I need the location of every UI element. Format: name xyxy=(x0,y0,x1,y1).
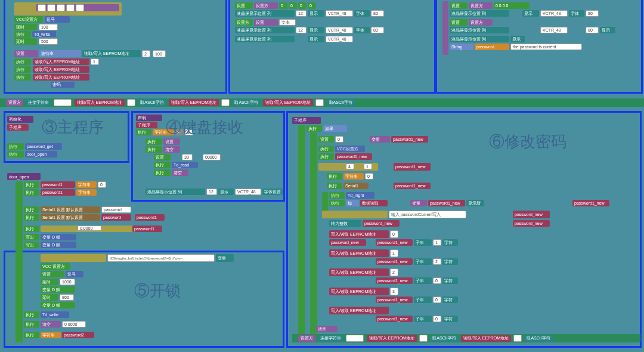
s4-do0[interactable]: 执行 xyxy=(136,129,151,135)
tr-z[interactable]: 0 0 0 0 xyxy=(494,2,530,9)
s6-lb2[interactable]: 变量 xyxy=(410,200,427,206)
tm-lcd2d[interactable]: 字体 xyxy=(354,27,370,33)
s6-ee3[interactable]: 写入/读取 EEPROM地址 xyxy=(329,268,389,276)
s5-d800[interactable]: 800 xyxy=(60,294,74,301)
strip-ee1[interactable]: 读取/写入 EEPROM地址 xyxy=(75,99,125,106)
s3-sub[interactable]: 子程序 xyxy=(7,124,29,131)
tr-r2[interactable]: 设置 xyxy=(450,19,467,26)
s4-tdr[interactable]: Td_read xyxy=(172,162,198,168)
s6-do7[interactable]: 执行 xyxy=(329,200,345,206)
s5-vd4[interactable]: 变量 D 赋 xyxy=(41,286,75,293)
s6-cond0[interactable]: 如果 xyxy=(323,125,347,132)
s6-0a[interactable]: 0 xyxy=(335,136,343,143)
s6-n0a[interactable]: 0 xyxy=(433,277,441,284)
s6-olive2[interactable] xyxy=(322,211,388,218)
s5-vcc[interactable]: VCC 设置方 xyxy=(41,263,70,270)
s4-show[interactable]: 显示 xyxy=(218,189,234,195)
tr-lcd2c[interactable]: VCTR_48 xyxy=(540,27,568,33)
s6-een0[interactable]: 0 xyxy=(390,230,398,238)
s6-do5[interactable]: 执行 xyxy=(327,183,342,189)
block-pwv1[interactable]: 1 xyxy=(91,58,99,65)
s5-do3[interactable]: 执行 xyxy=(24,206,39,213)
s6-ee4[interactable]: 写入/读取 EEPROM地址 xyxy=(329,288,389,295)
tm-lcd1b[interactable]: 显示 xyxy=(308,10,324,17)
s3-hat[interactable]: 初始化 xyxy=(7,116,33,123)
s5-pw2[interactable]: password1 xyxy=(41,189,75,196)
block-do3[interactable]: 执行 xyxy=(14,66,31,73)
block-num2[interactable]: 500 xyxy=(39,38,58,45)
s6-pn1[interactable]: password1_new xyxy=(391,136,428,143)
s6-n0c[interactable]: 0 xyxy=(433,316,441,322)
s5-pw3[interactable]: password xyxy=(101,214,131,221)
s6-ch4[interactable]: 字符 xyxy=(442,297,458,303)
s6-pn12b[interactable]: password1_new xyxy=(376,277,413,284)
s6-lb3[interactable]: 转为整数 xyxy=(329,220,361,227)
s5-on[interactable]: 0.0000 xyxy=(78,226,101,231)
s6-pn5[interactable]: password1_new xyxy=(428,200,465,206)
s6-pn10b[interactable]: password1_new xyxy=(376,239,413,246)
s6-do2[interactable]: 执行 xyxy=(318,146,334,152)
s4-lcd[interactable]: 液晶屏显示位置 列 xyxy=(145,189,205,195)
s6-str[interactable]: 字符串 xyxy=(343,173,364,180)
s6-pn9[interactable]: password_new xyxy=(513,220,550,227)
tr-pwcur[interactable]: the password is current xyxy=(510,44,582,50)
tm-z3[interactable]: 0 xyxy=(298,2,306,9)
tm-z2[interactable]: 0 xyxy=(289,2,297,9)
s6-bar[interactable] xyxy=(298,125,305,339)
s3-pg[interactable]: password_get xyxy=(25,143,62,150)
s5-do4[interactable]: 执行 xyxy=(24,214,39,221)
strip-concat[interactable]: 连接字符串 xyxy=(26,99,51,106)
s6-sub2[interactable]: 子串 xyxy=(414,258,432,265)
block-eeprom1[interactable]: 读取/写入 EEPROM地址 xyxy=(82,50,141,57)
s5-pw[interactable]: password xyxy=(101,206,131,213)
s5-str3[interactable]: 字符串 xyxy=(41,332,61,338)
s5-set8[interactable]: 设置 xyxy=(41,271,64,277)
bstrip-ascii2[interactable]: 取ASCII字符 xyxy=(524,335,552,342)
s6-p1[interactable]: 变量 xyxy=(370,136,390,143)
block-eepromn2[interactable]: 100 xyxy=(153,50,166,57)
tr-lcd1e[interactable]: 80 xyxy=(586,10,599,17)
s4-n30[interactable]: 30 xyxy=(182,154,193,160)
tr-r1[interactable]: 设置 xyxy=(450,2,467,9)
s4-hat[interactable]: 声明 xyxy=(136,115,162,121)
s5-n8[interactable]: 逗号 xyxy=(66,271,83,277)
s6-n2a[interactable]: 2 xyxy=(433,258,441,265)
block-num1[interactable]: 100 xyxy=(39,24,58,30)
s5-pw4[interactable]: password2 xyxy=(62,332,94,338)
s4-sub[interactable]: 子程序 xyxy=(136,122,157,128)
s6-ee5[interactable]: 写入/读取 EEPROM地址 xyxy=(329,307,389,314)
block-digits[interactable]: 0 0 0 0 0 xyxy=(36,4,119,11)
strip-ee3[interactable]: 读取/写入 EEPROM地址 xyxy=(263,99,313,106)
bstrip-ee2[interactable]: 读取/写入 EEPROM地址 xyxy=(461,335,511,342)
tm-r2c[interactable]: 文本 xyxy=(279,19,296,26)
block-pwtxt[interactable]: 密码 xyxy=(51,82,75,88)
s5-do1[interactable]: 执行 xyxy=(24,181,39,188)
s6-sub5[interactable]: 子串 xyxy=(414,316,432,322)
s6-pn8[interactable]: password_new xyxy=(363,220,400,227)
s5-do6[interactable]: 写出 xyxy=(24,242,39,248)
tm-r2[interactable]: 设置方 xyxy=(235,19,253,26)
s5-n0[interactable]: 0 xyxy=(98,181,106,188)
tm-lcd1e[interactable]: 80 xyxy=(371,10,384,17)
s6-clr[interactable]: 清空 xyxy=(316,326,338,332)
s6-pn2[interactable]: password1_new xyxy=(335,153,372,160)
tm-lcd3c[interactable]: VCTR_48 xyxy=(326,36,353,42)
s6-bar2[interactable] xyxy=(310,132,317,335)
s4-0[interactable]: 0 xyxy=(185,129,193,135)
s6-0[interactable]: 0 xyxy=(365,173,373,180)
s5-hat[interactable]: door_open xyxy=(7,173,41,180)
block-call1[interactable]: 执行 xyxy=(14,31,31,38)
s6-pn3[interactable]: password1_new xyxy=(394,163,431,171)
tm-lcd1c[interactable]: VCTR_48 xyxy=(326,10,353,17)
tm-lcd2[interactable]: 液晶屏显示位置 列 xyxy=(235,27,295,33)
block-eepromn1[interactable]: 2 xyxy=(142,50,150,57)
block-set1[interactable]: VCC设置方 xyxy=(14,16,43,23)
tm-lcd2b[interactable]: 显示 xyxy=(308,27,324,33)
tr-string[interactable]: String xyxy=(450,44,473,50)
s5-do11[interactable]: 执行 xyxy=(24,332,39,338)
s4-do4[interactable]: 执行 xyxy=(154,162,171,168)
s6-pn13b[interactable]: password1_new xyxy=(376,297,413,303)
block-do4[interactable]: 执行 xyxy=(14,74,31,81)
s4-do2[interactable]: 执行 xyxy=(145,138,162,145)
s5-oliv2[interactable]: password1 xyxy=(132,226,162,232)
